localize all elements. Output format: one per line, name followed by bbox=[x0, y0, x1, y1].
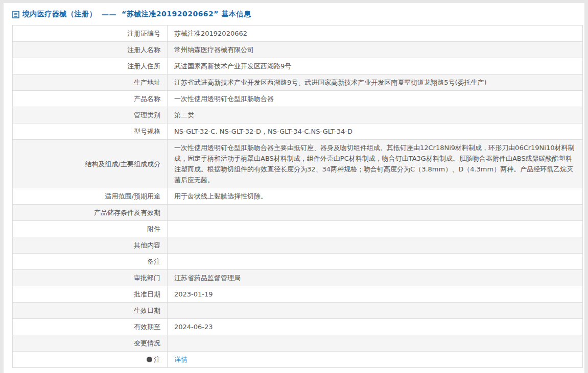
row-value bbox=[168, 221, 583, 237]
info-table-body: 注册证编号苏械注准20192020662注册人名称常州纳森医疗器械有限公司注册人… bbox=[13, 26, 583, 368]
table-row: 其他内容 bbox=[13, 237, 583, 254]
row-value: 2024-06-23 bbox=[168, 319, 583, 335]
row-label: 管理类别 bbox=[13, 107, 168, 123]
row-label: 其他内容 bbox=[13, 237, 168, 254]
row-value: 一次性使用透明钉仓型肛肠吻合器 bbox=[168, 91, 583, 107]
row-label: 审批部门 bbox=[13, 270, 168, 286]
table-row: 注册人名称常州纳森医疗器械有限公司 bbox=[13, 42, 583, 58]
row-label: 注册人住所 bbox=[13, 58, 168, 74]
row-label: 生产地址 bbox=[13, 74, 168, 91]
row-label: 结构及组成/主要组成成分 bbox=[13, 140, 168, 188]
row-value: 江苏省药品监督管理局 bbox=[168, 270, 583, 286]
row-value: 武进国家高新技术产业开发区西湖路9号 bbox=[168, 58, 583, 74]
document-icon bbox=[12, 11, 19, 18]
row-label: 注册人名称 bbox=[13, 42, 168, 58]
section-title: 境内医疗器械（注册） bbox=[22, 10, 97, 19]
row-label: 备注 bbox=[13, 254, 168, 270]
row-label: 产品名称 bbox=[13, 91, 168, 107]
table-row: 备注 bbox=[13, 254, 583, 270]
page-title: “苏械注准20192020662” 基本信息 bbox=[122, 10, 251, 19]
table-row: 产品名称一次性使用透明钉仓型肛肠吻合器 bbox=[13, 91, 583, 107]
table-row: 型号规格NS-GLT-32-C, NS-GLT-32-D，NS-GLT-34-C… bbox=[13, 123, 583, 140]
content-panel: 境内医疗器械（注册） —— “苏械注准20192020662” 基本信息 注册证… bbox=[4, 3, 584, 373]
detail-link[interactable]: 详情 bbox=[174, 356, 187, 363]
table-row: 适用范围/预期用途用于齿状线上黏膜选择性切除。 bbox=[13, 188, 583, 205]
page-header: 境内医疗器械（注册） —— “苏械注准20192020662” 基本信息 bbox=[4, 3, 584, 25]
table-row: 批准日期2023-01-19 bbox=[13, 286, 583, 303]
table-row: 管理类别第二类 bbox=[13, 107, 583, 123]
row-value: 第二类 bbox=[168, 107, 583, 123]
table-row: 审批部门江苏省药品监督管理局 bbox=[13, 270, 583, 286]
row-label: 产品储存条件及有效期 bbox=[13, 205, 168, 221]
row-label: 注册证编号 bbox=[13, 26, 168, 42]
row-value: 详情 bbox=[168, 352, 583, 368]
row-value: 2023-01-19 bbox=[168, 286, 583, 303]
table-row: 产品储存条件及有效期 bbox=[13, 205, 583, 221]
row-label: 注 bbox=[13, 352, 168, 368]
table-row: 注详情 bbox=[13, 352, 583, 368]
row-value: 用于齿状线上黏膜选择性切除。 bbox=[168, 188, 583, 205]
row-label: 适用范围/预期用途 bbox=[13, 188, 168, 205]
table-row: 结构及组成/主要组成成分一次性使用透明钉仓型肛肠吻合器主要由抵钉座、器身及吻切组… bbox=[13, 140, 583, 188]
row-value bbox=[168, 205, 583, 221]
row-label: 生效日期 bbox=[13, 303, 168, 319]
table-row: 附件 bbox=[13, 221, 583, 237]
row-value bbox=[168, 254, 583, 270]
row-value bbox=[168, 335, 583, 352]
table-row: 生产地址江苏省武进高新技术产业开发区西湖路9号、武进国家高新技术产业开发区南夏墅… bbox=[13, 74, 583, 91]
row-label: 型号规格 bbox=[13, 123, 168, 140]
note-dot-icon bbox=[147, 357, 152, 362]
row-label: 变更情况 bbox=[13, 335, 168, 352]
table-row: 变更情况 bbox=[13, 335, 583, 352]
row-value bbox=[168, 303, 583, 319]
table-row: 注册证编号苏械注准20192020662 bbox=[13, 26, 583, 42]
row-value: 苏械注准20192020662 bbox=[168, 26, 583, 42]
row-value bbox=[168, 237, 583, 254]
table-row: 生效日期 bbox=[13, 303, 583, 319]
row-label: 有效期至 bbox=[13, 319, 168, 335]
row-value: 常州纳森医疗器械有限公司 bbox=[168, 42, 583, 58]
row-value: 一次性使用透明钉仓型肛肠吻合器主要由抵钉座、器身及吻切组件组成。其抵钉座由12C… bbox=[168, 140, 583, 188]
row-value: NS-GLT-32-C, NS-GLT-32-D，NS-GLT-34-C,NS-… bbox=[168, 123, 583, 140]
row-value: 江苏省武进高新技术产业开发区西湖路9号、武进国家高新技术产业开发区南夏墅街道龙翔… bbox=[168, 74, 583, 91]
title-dash: —— bbox=[102, 10, 116, 18]
row-label: 批准日期 bbox=[13, 286, 168, 303]
table-row: 注册人住所武进国家高新技术产业开发区西湖路9号 bbox=[13, 58, 583, 74]
info-table: 注册证编号苏械注准20192020662注册人名称常州纳森医疗器械有限公司注册人… bbox=[12, 25, 583, 368]
table-row: 有效期至2024-06-23 bbox=[13, 319, 583, 335]
row-label: 附件 bbox=[13, 221, 168, 237]
